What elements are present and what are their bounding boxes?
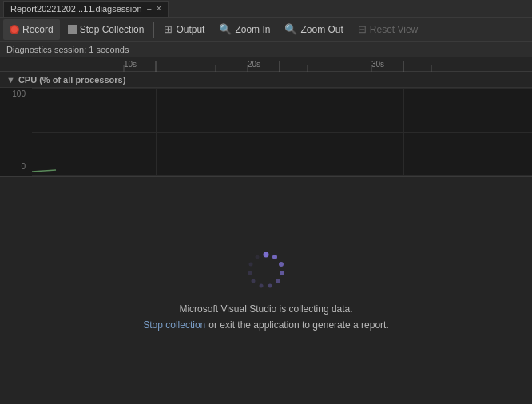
chart-grid: 100 0: [0, 88, 532, 176]
y-label-0: 0: [3, 162, 29, 171]
tick-marks-svg: // ticks rendered via CSS/SVG lines: [32, 57, 532, 72]
svg-point-18: [249, 263, 253, 267]
output-button[interactable]: ⊞ Output: [157, 19, 211, 40]
cpu-header: ▼ CPU (% of all processors): [0, 72, 532, 88]
tab-close-icon[interactable]: ×: [157, 5, 161, 13]
zoom-in-icon: 🔍: [219, 23, 232, 35]
reset-view-label: Reset View: [370, 24, 418, 35]
loading-sub-text: or exit the application to generate a re…: [208, 319, 388, 331]
stop-collection-button[interactable]: Stop Collection: [62, 19, 151, 40]
svg-point-9: [264, 252, 269, 258]
reset-view-icon: ⊟: [358, 23, 367, 35]
svg-point-19: [256, 255, 260, 259]
svg-point-11: [279, 262, 284, 267]
loading-area: Microsoft Visual Studio is collecting da…: [0, 177, 532, 404]
reset-view-button[interactable]: ⊟ Reset View: [351, 19, 424, 40]
svg-point-16: [252, 279, 256, 283]
cpu-chart-label: CPU (% of all processors): [18, 75, 125, 85]
zoom-out-button[interactable]: 🔍 Zoom Out: [278, 19, 349, 40]
status-bar: Diagnostics session: 1 seconds: [0, 42, 532, 57]
tab-pin-icon[interactable]: −: [147, 4, 152, 14]
record-icon: [10, 25, 19, 34]
svg-point-12: [280, 271, 284, 275]
stop-collection-label: Stop Collection: [80, 24, 145, 35]
svg-point-13: [276, 279, 280, 283]
stop-collection-link[interactable]: Stop collection: [143, 319, 205, 331]
chart-plot: [32, 88, 532, 176]
spinner-svg: [246, 251, 286, 291]
zoom-out-icon: 🔍: [284, 23, 297, 35]
zoom-out-label: Zoom Out: [300, 24, 343, 35]
y-label-100: 100: [3, 89, 29, 98]
chart-container: 10s 20s 30s // ticks rendered via CSS/SV…: [0, 57, 532, 177]
toolbar-separator-1: [153, 22, 154, 38]
cpu-collapse-icon[interactable]: ▼: [6, 75, 15, 85]
loading-main-text: Microsoft Visual Studio is collecting da…: [179, 303, 352, 315]
loading-bottom-line: Stop collection or exit the application …: [143, 319, 389, 331]
diagsession-tab[interactable]: Report20221202...11.diagsession − ×: [3, 1, 169, 17]
tab-bar: Report20221202...11.diagsession − ×: [0, 0, 532, 18]
y-axis: 100 0: [0, 88, 32, 176]
tab-title: Report20221202...11.diagsession: [10, 4, 142, 14]
status-text: Diagnostics session: 1 seconds: [6, 45, 129, 54]
svg-point-15: [260, 284, 264, 288]
time-axis: 10s 20s 30s // ticks rendered via CSS/SV…: [0, 57, 532, 72]
svg-point-10: [272, 255, 277, 259]
stop-icon: [68, 25, 77, 34]
toolbar: Record Stop Collection ⊞ Output 🔍 Zoom I…: [0, 18, 532, 42]
output-label: Output: [176, 24, 204, 35]
svg-point-14: [268, 284, 272, 288]
svg-point-17: [248, 271, 252, 275]
output-icon: ⊞: [164, 23, 173, 35]
zoom-in-button[interactable]: 🔍 Zoom In: [212, 19, 276, 40]
spinner-container: [246, 251, 286, 291]
record-button[interactable]: Record: [3, 19, 60, 40]
zoom-in-label: Zoom In: [235, 24, 270, 35]
cpu-line-svg: [32, 88, 532, 176]
record-label: Record: [22, 24, 54, 35]
